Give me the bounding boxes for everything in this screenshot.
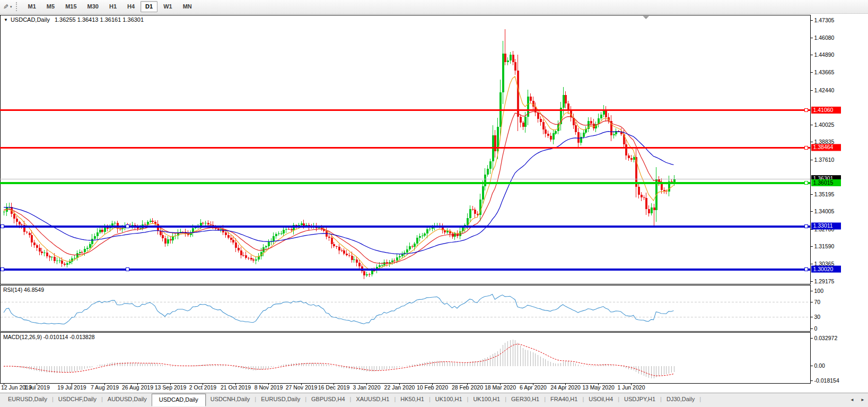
svg-text:7 Aug 2019: 7 Aug 2019: [91, 384, 119, 391]
tab-scroll-left-icon[interactable]: ◄: [850, 397, 854, 402]
svg-text:6 Apr 2020: 6 Apr 2020: [520, 384, 547, 391]
svg-text:0.00: 0.00: [814, 362, 826, 369]
svg-text:70: 70: [814, 299, 821, 305]
chart-tab-HK50-H1[interactable]: HK50,H1: [396, 393, 429, 404]
svg-text:1.31590: 1.31590: [814, 243, 835, 249]
svg-text:-0.018154: -0.018154: [814, 377, 839, 384]
chart-tab-USDCAD-Daily[interactable]: USDCAD,Daily: [152, 394, 206, 406]
chart-tab-GBPUSD-H4[interactable]: GBPUSD,H4: [306, 393, 350, 404]
chart-tab-USDCHF-Daily[interactable]: USDCHF,Daily: [54, 393, 101, 404]
rsi-indicator-label: RSI(14) 46.8549: [3, 287, 44, 293]
svg-text:0: 0: [814, 325, 818, 332]
chart-tab-USOil-H4[interactable]: USOil,H4: [584, 393, 618, 404]
svg-text:1.47305: 1.47305: [814, 17, 835, 23]
svg-text:1.30020: 1.30020: [813, 266, 834, 272]
timeframe-button-M5[interactable]: M5: [42, 1, 59, 12]
svg-text:1 Jun 2020: 1 Jun 2020: [618, 384, 645, 391]
svg-text:22 Jan 2020: 22 Jan 2020: [384, 384, 415, 391]
svg-text:24 Apr 2020: 24 Apr 2020: [550, 384, 581, 391]
timeframe-button-W1[interactable]: W1: [159, 1, 177, 12]
chart-tabs: EURUSD,Daily|USDCHF,Daily|AUDUSD,DailyUS…: [0, 393, 868, 407]
svg-text:1 Jul 2019: 1 Jul 2019: [24, 384, 50, 391]
svg-text:1.34005: 1.34005: [814, 208, 835, 214]
tab-scroll-arrows: ◄ ►: [845, 397, 865, 402]
pen-icon: ✎: [3, 3, 8, 11]
svg-text:18 Mar 2020: 18 Mar 2020: [485, 384, 516, 391]
svg-text:100: 100: [814, 288, 824, 294]
svg-text:16 Dec 2019: 16 Dec 2019: [318, 384, 350, 391]
svg-text:1.46080: 1.46080: [814, 34, 835, 41]
svg-text:3 Jan 2020: 3 Jan 2020: [353, 384, 381, 391]
toolbar-grip: [16, 2, 19, 11]
macd-indicator-label: MACD(12,26,9) -0.010114 -0.013828: [3, 334, 95, 340]
tab-scroll-right-icon[interactable]: ►: [861, 397, 865, 402]
chevron-down-icon: ▾: [10, 5, 12, 9]
chart-tab-UK100-H1[interactable]: UK100,H1: [431, 393, 467, 404]
svg-text:30: 30: [814, 314, 821, 320]
svg-text:1.38464: 1.38464: [813, 144, 834, 150]
svg-text:28 Feb 2020: 28 Feb 2020: [452, 384, 483, 391]
svg-text:13 Sep 2019: 13 Sep 2019: [155, 384, 187, 391]
chart-tab-EURUSD-Daily[interactable]: EURUSD,Daily: [3, 393, 52, 404]
chart-tab-UK100-H1[interactable]: UK100,H1: [468, 393, 505, 404]
chart-title: ▼USDCAD,Daily1.36255 1.36413 1.36161 1.3…: [4, 16, 144, 23]
svg-text:8 Nov 2019: 8 Nov 2019: [255, 384, 283, 391]
svg-text:21 Oct 2019: 21 Oct 2019: [221, 384, 251, 391]
chart-tab-XAUUSD-H1[interactable]: XAUUSD,H1: [351, 393, 394, 404]
chart-symbol-title: USDCAD,Daily: [11, 16, 50, 23]
timeframe-button-H1[interactable]: H1: [104, 1, 121, 12]
svg-text:1.36015: 1.36015: [813, 179, 834, 186]
svg-text:27 Nov 2019: 27 Nov 2019: [286, 384, 318, 391]
timeframe-button-MN[interactable]: MN: [178, 1, 197, 12]
svg-text:1.42440: 1.42440: [814, 87, 835, 93]
svg-text:0.032972: 0.032972: [814, 335, 838, 341]
timeframe-button-M1[interactable]: M1: [23, 1, 41, 12]
svg-text:1.29175: 1.29175: [814, 278, 835, 284]
svg-text:2 Oct 2019: 2 Oct 2019: [189, 384, 217, 391]
svg-text:1.33011: 1.33011: [813, 222, 833, 229]
svg-text:10 Feb 2020: 10 Feb 2020: [417, 384, 448, 391]
chart-tab-DJ30-Daily[interactable]: DJ30,Daily: [662, 393, 699, 404]
chart-tab-USDCNH-Daily[interactable]: USDCNH,Daily: [206, 393, 255, 404]
timeframe-button-D1[interactable]: D1: [141, 1, 157, 12]
svg-text:26 Aug 2019: 26 Aug 2019: [122, 384, 153, 391]
timeframe-button-M15[interactable]: M15: [60, 1, 81, 12]
chart-tab-AUDUSD-Daily[interactable]: AUDUSD,Daily: [103, 393, 152, 404]
toolbar: ✎ ▾ M1M5M15M30H1H4D1W1MN: [0, 0, 868, 14]
chart-tab-EURUSD-Daily[interactable]: EURUSD,Daily: [256, 393, 305, 404]
chart-tab-bar: EURUSD,Daily|USDCHF,Daily|AUDUSD,DailyUS…: [0, 393, 868, 407]
chart-tab-USDJPY-H1[interactable]: USDJPY,H1: [619, 393, 660, 404]
price-chart-canvas[interactable]: 1.473051.460801.448901.436651.424401.400…: [0, 0, 868, 407]
timeframe-button-M30[interactable]: M30: [83, 1, 103, 12]
timeframe-button-H4[interactable]: H4: [122, 1, 139, 12]
svg-text:19 Jul 2019: 19 Jul 2019: [57, 384, 86, 391]
cursor-tool-button[interactable]: ✎ ▾: [0, 1, 14, 12]
svg-text:13 May 2020: 13 May 2020: [582, 384, 615, 391]
svg-text:1.37610: 1.37610: [814, 157, 835, 163]
svg-text:1.43665: 1.43665: [814, 69, 835, 75]
chart-tab-GER30-H1[interactable]: GER30,H1: [506, 393, 544, 404]
svg-text:1.44890: 1.44890: [814, 51, 835, 58]
collapse-triangle-icon[interactable]: ▼: [4, 18, 8, 22]
timeframe-buttons: M1M5M15M30H1H4D1W1MN: [23, 1, 197, 12]
svg-text:1.35195: 1.35195: [814, 191, 835, 197]
svg-text:1.41060: 1.41060: [813, 107, 834, 113]
chart-ohlc-values: 1.36255 1.36413 1.36161 1.36301: [55, 16, 144, 23]
svg-text:1.40025: 1.40025: [814, 122, 835, 128]
tab-divider: |: [699, 393, 701, 402]
chart-tab-FRA40-H1[interactable]: FRA40,H1: [546, 393, 582, 404]
